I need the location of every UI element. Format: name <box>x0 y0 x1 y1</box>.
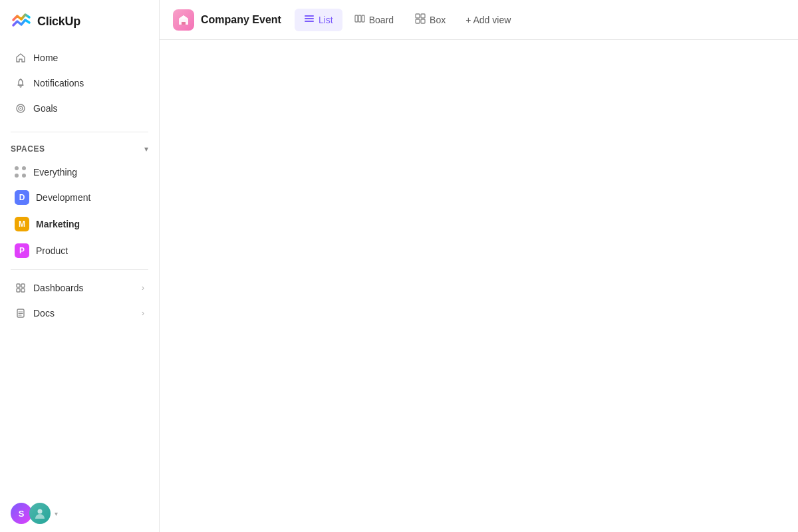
tab-list[interactable]: List <box>295 9 342 31</box>
sidebar-item-notifications[interactable]: Notifications <box>4 70 155 96</box>
svg-rect-18 <box>358 15 361 22</box>
sidebar-item-goals[interactable]: Goals <box>4 96 155 121</box>
sidebar-product-label: Product <box>36 245 68 256</box>
dashboards-icon <box>15 282 27 294</box>
development-avatar: D <box>15 190 29 205</box>
svg-rect-4 <box>21 284 25 287</box>
sidebar-everything-label: Everything <box>33 167 77 178</box>
svg-rect-12 <box>182 22 186 25</box>
svg-point-11 <box>38 509 43 514</box>
board-icon <box>354 13 365 27</box>
tab-box-label: Box <box>430 15 446 25</box>
svg-rect-15 <box>305 18 314 19</box>
logo-area: ClickUp <box>0 0 159 40</box>
add-view-button[interactable]: + Add view <box>458 10 519 30</box>
sidebar-item-marketing[interactable]: M Marketing <box>4 211 155 237</box>
spaces-label: Spaces <box>11 144 45 154</box>
svg-rect-16 <box>305 21 314 22</box>
chevron-right-icon-docs: › <box>142 309 144 318</box>
svg-rect-3 <box>17 284 20 287</box>
svg-rect-23 <box>421 19 425 23</box>
dropdown-arrow-icon: ▾ <box>55 510 58 517</box>
nav-items: Home Notifications Goals <box>0 40 159 126</box>
divider-2 <box>11 269 148 270</box>
product-avatar: P <box>15 243 29 258</box>
sidebar-notifications-label: Notifications <box>33 78 84 88</box>
svg-rect-19 <box>362 15 364 22</box>
svg-rect-5 <box>17 289 20 292</box>
svg-rect-14 <box>305 15 314 17</box>
goals-icon <box>15 102 27 114</box>
sidebar-item-everything[interactable]: Everything <box>4 160 155 184</box>
spaces-header[interactable]: Spaces ▾ <box>0 138 159 160</box>
sidebar-home-label: Home <box>33 53 58 63</box>
sidebar-marketing-label: Marketing <box>36 219 80 229</box>
tab-board[interactable]: Board <box>345 9 403 31</box>
sidebar-item-product[interactable]: P Product <box>4 237 155 264</box>
svg-marker-13 <box>179 15 188 19</box>
breadcrumb-title: Company Event <box>201 14 281 26</box>
logo-text: ClickUp <box>37 15 80 29</box>
sidebar-goals-label: Goals <box>33 103 58 114</box>
sidebar-development-label: Development <box>36 192 91 203</box>
box-icon <box>415 13 426 27</box>
content-area <box>160 40 798 532</box>
sidebar-footer[interactable]: S ▾ <box>0 495 159 532</box>
docs-icon <box>15 307 27 319</box>
sidebar-item-dashboards[interactable]: Dashboards › <box>4 275 155 301</box>
top-bar: Company Event List Board <box>160 0 798 40</box>
svg-rect-6 <box>21 289 25 292</box>
sidebar-item-development[interactable]: D Development <box>4 184 155 211</box>
add-view-label: + Add view <box>466 15 511 25</box>
sidebar: ClickUp Home Notifications <box>0 0 160 532</box>
chevron-down-icon: ▾ <box>144 144 148 154</box>
breadcrumb-icon <box>173 9 194 31</box>
sidebar-dashboards-label: Dashboards <box>33 283 84 293</box>
svg-rect-21 <box>421 14 425 18</box>
list-icon <box>304 13 315 27</box>
tab-board-label: Board <box>369 15 394 25</box>
svg-point-2 <box>20 108 21 109</box>
svg-rect-17 <box>355 15 358 22</box>
everything-dots-icon <box>15 166 27 178</box>
marketing-avatar: M <box>15 217 29 231</box>
chevron-right-icon-dashboards: › <box>142 283 144 293</box>
avatar-photo <box>29 503 51 524</box>
home-icon <box>15 52 27 64</box>
main-content: Company Event List Board <box>160 0 798 532</box>
clickup-logo-icon <box>11 11 32 32</box>
sidebar-docs-label: Docs <box>33 308 55 319</box>
bell-icon <box>15 77 27 89</box>
svg-rect-20 <box>416 14 420 18</box>
tab-list-label: List <box>319 15 333 25</box>
divider-1 <box>11 132 148 132</box>
tab-box[interactable]: Box <box>406 9 455 31</box>
sidebar-item-docs[interactable]: Docs › <box>4 301 155 326</box>
svg-rect-22 <box>416 19 420 23</box>
sidebar-item-home[interactable]: Home <box>4 45 155 70</box>
